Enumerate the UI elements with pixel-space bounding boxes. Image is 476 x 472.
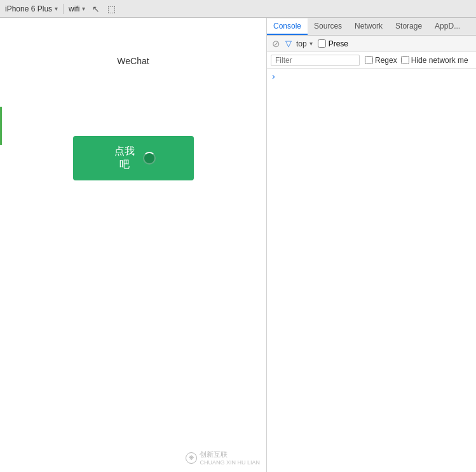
filter-input[interactable] bbox=[271, 55, 360, 66]
preserve-label: Prese bbox=[329, 39, 348, 48]
context-selector[interactable]: top bbox=[296, 39, 307, 48]
network-selector[interactable]: wifi ▾ bbox=[69, 4, 85, 13]
watermark: ❋ 创新互联 CHUANG XIN HU LIAN bbox=[186, 450, 260, 466]
hide-network-label: Hide network me bbox=[411, 56, 468, 65]
filter-bar: Regex Hide network me bbox=[267, 52, 476, 69]
context-dropdown-icon[interactable]: ▾ bbox=[309, 40, 313, 47]
tab-network[interactable]: Network bbox=[348, 18, 389, 35]
button-label: 点我吧 bbox=[111, 145, 138, 172]
preserve-checkbox[interactable] bbox=[318, 39, 326, 48]
top-toolbar: iPhone 6 Plus ▾ wifi ▾ ↖ ⬚ bbox=[0, 0, 476, 18]
tab-sources[interactable]: Sources bbox=[308, 18, 348, 35]
watermark-icon: ❋ bbox=[186, 452, 197, 464]
console-arrow[interactable]: › bbox=[272, 71, 471, 81]
toolbar-separator bbox=[63, 4, 64, 14]
devtools-toolbar: ⊘ ▽ top ▾ Prese bbox=[267, 36, 476, 52]
simulator-content: WeChat 点我吧 bbox=[0, 18, 266, 472]
hide-network-checkbox[interactable] bbox=[401, 56, 409, 64]
tab-storage[interactable]: Storage bbox=[389, 18, 428, 35]
wechat-title: WeChat bbox=[117, 56, 149, 66]
green-button[interactable]: 点我吧 bbox=[73, 136, 194, 180]
tab-console[interactable]: Console bbox=[267, 18, 308, 35]
devtools-tabs: Console Sources Network Storage AppD... bbox=[267, 18, 476, 36]
tab-appdata[interactable]: AppD... bbox=[428, 18, 466, 35]
device-dropdown-icon[interactable]: ▾ bbox=[55, 5, 58, 12]
block-icon[interactable]: ⊘ bbox=[271, 39, 281, 49]
filter-icon[interactable]: ▽ bbox=[283, 39, 294, 49]
devtools-panel: Console Sources Network Storage AppD... … bbox=[267, 18, 476, 472]
regex-checkbox[interactable] bbox=[365, 56, 373, 64]
device-name: iPhone 6 Plus bbox=[5, 4, 52, 13]
console-content: › bbox=[267, 69, 476, 472]
inspect-icon[interactable]: ⬚ bbox=[105, 3, 117, 15]
watermark-text: 创新互联 CHUANG XIN HU LIAN bbox=[200, 450, 260, 466]
network-name: wifi bbox=[69, 4, 79, 13]
device-selector[interactable]: iPhone 6 Plus ▾ bbox=[5, 4, 58, 13]
filter-options: Regex Hide network me bbox=[365, 56, 468, 65]
regex-option[interactable]: Regex bbox=[365, 56, 397, 65]
main-area: WeChat 点我吧 ❋ 创新互联 CHUANG XIN HU LIAN Con… bbox=[0, 18, 476, 472]
toolbar-icons: ↖ ⬚ bbox=[90, 3, 117, 15]
hide-network-option[interactable]: Hide network me bbox=[401, 56, 468, 65]
cursor-icon[interactable]: ↖ bbox=[90, 3, 102, 15]
simulator-panel: WeChat 点我吧 ❋ 创新互联 CHUANG XIN HU LIAN bbox=[0, 18, 267, 472]
button-spinner bbox=[143, 152, 156, 165]
regex-label: Regex bbox=[375, 56, 397, 65]
network-dropdown-icon[interactable]: ▾ bbox=[82, 5, 85, 12]
